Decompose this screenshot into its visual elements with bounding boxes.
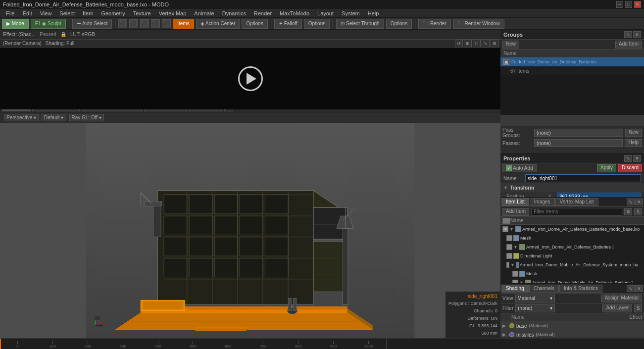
pos-x-value[interactable]: 367.8393 um <box>557 193 641 197</box>
apply-button[interactable]: Apply <box>597 164 616 172</box>
icon-btn-1[interactable]: ⬛ <box>118 19 127 28</box>
menu-item[interactable]: Item <box>79 9 97 18</box>
ilist-item-1[interactable]: Mesh <box>500 234 644 243</box>
tab-shading[interactable]: Shading <box>501 285 529 293</box>
timeline-ruler[interactable]: 0 100 200 300 400 500 <box>0 339 386 349</box>
maximize-button[interactable]: □ <box>625 1 632 8</box>
add-item-button[interactable]: Add Item <box>615 41 642 49</box>
vis-6[interactable] <box>512 280 518 283</box>
shading-item-missiles[interactable]: ▶ missiles (Material) <box>500 330 644 339</box>
icon-btn-2[interactable]: ⬛ <box>129 19 138 28</box>
groups-close-btn[interactable]: ✕ <box>633 31 641 38</box>
action-center-button[interactable]: ◈ Action Center <box>196 19 240 29</box>
close-button[interactable]: ✕ <box>634 1 641 8</box>
passes-input[interactable] <box>534 139 623 147</box>
menu-maxtomodo[interactable]: MaxToModo <box>276 9 313 18</box>
filter-options-btn[interactable]: ⚙ <box>624 208 632 215</box>
icon-btn-4[interactable]: ⬛ <box>151 19 160 28</box>
material-dropdown[interactable]: Material ▾ <box>515 295 555 302</box>
render-window-button[interactable]: ⬛ Render Window <box>453 19 504 29</box>
pass-groups-input[interactable] <box>534 129 623 137</box>
shading-item-base[interactable]: ▶ base (Material) <box>500 321 644 330</box>
options1-button[interactable]: Options <box>242 19 267 29</box>
menu-select[interactable]: Select <box>55 9 79 18</box>
preview-ctrl-4[interactable]: ⤡ <box>482 40 490 48</box>
menu-render[interactable]: Render <box>250 9 276 18</box>
preview-ctrl-3[interactable]: □ <box>473 40 481 48</box>
menu-dynamics[interactable]: Dynamics <box>218 9 250 18</box>
preview-ctrl-1[interactable]: ↺ <box>455 40 463 48</box>
menu-layout[interactable]: Layout <box>313 9 338 18</box>
groups-item-0[interactable]: ▣ Folded_Iron_Dome_Air_Defense_Batteries <box>500 57 644 66</box>
model-area[interactable]: side_right001 Polygons : Catmull-Clark C… <box>0 123 500 338</box>
svg-rect-53 <box>196 328 246 331</box>
options3-button[interactable]: Options <box>386 19 412 29</box>
groups-expand-btn[interactable]: ⤡ <box>624 31 632 38</box>
menu-system[interactable]: System <box>338 9 364 18</box>
vis-2[interactable] <box>506 244 512 250</box>
new-group-button[interactable]: New <box>502 41 519 49</box>
pass-groups-new-btn[interactable]: New <box>625 129 642 137</box>
assign-material-button[interactable]: Assign Material <box>601 295 642 302</box>
shading-expand-btn[interactable]: ⤡ <box>627 285 635 292</box>
options2-button[interactable]: Options <box>304 19 330 29</box>
menu-help[interactable]: Help <box>364 9 383 18</box>
auto-select-button[interactable]: ☰ Auto Select <box>72 19 112 29</box>
shading-close-btn[interactable]: ✕ <box>635 285 643 292</box>
minimize-button[interactable]: ─ <box>616 1 623 8</box>
preview-play-button[interactable] <box>238 66 263 91</box>
ilist-item-2[interactable]: ▼ Armed_Iron_Dome_Air_Defense_Batteries … <box>500 243 644 251</box>
tab-item-list[interactable]: Item List <box>501 198 529 206</box>
icon-btn-3[interactable]: ⬛ <box>140 19 149 28</box>
groups-item-1[interactable]: 67 Items <box>500 66 644 75</box>
preview-ctrl-5[interactable]: ⚙ <box>491 40 498 48</box>
name-value[interactable]: side_right001 <box>525 174 641 182</box>
discard-button[interactable]: Discard <box>618 164 642 172</box>
ilist-item-0[interactable]: 👁 ▼ Armed_Iron_Dome_Air_Defense_Batterie… <box>500 225 644 234</box>
icon-btn-5[interactable]: ⬛ <box>162 19 171 28</box>
vis-5[interactable] <box>512 271 518 277</box>
menu-geometry[interactable]: Geometry <box>97 9 129 18</box>
vis-4[interactable] <box>506 262 509 268</box>
menu-view[interactable]: View <box>36 9 56 18</box>
preview-ctrl-2[interactable]: ⊞ <box>464 40 472 48</box>
select-through-button[interactable]: ⊡ Select Through <box>336 19 384 29</box>
filter-items-input[interactable] <box>531 208 622 216</box>
items-button[interactable]: Items <box>173 19 194 29</box>
render-button[interactable]: ⬛ Render <box>418 19 451 29</box>
menu-texture[interactable]: Texture <box>129 9 155 18</box>
ilist-item-5[interactable]: Mesh <box>500 269 644 278</box>
properties-expand-btn[interactable]: ⤡ <box>624 155 632 162</box>
vis-3[interactable] <box>506 253 512 259</box>
falloff-button[interactable]: ✦ Falloff <box>274 19 302 29</box>
tab-vertex-map-list[interactable]: Vertex Map List <box>555 198 598 206</box>
item-list-expand-btn[interactable]: ⤡ <box>627 199 635 205</box>
ilist-item-3[interactable]: Directional Light <box>500 251 644 260</box>
passes-help-btn[interactable]: Help <box>625 139 642 147</box>
add-item-btn[interactable]: Add Item <box>502 208 529 216</box>
filter-reset-btn[interactable]: S <box>634 208 642 215</box>
add-layer-button[interactable]: Add Layer <box>602 304 632 312</box>
mode-button[interactable]: ▶ Mode <box>2 19 29 29</box>
item-list-close-btn[interactable]: ✕ <box>635 199 643 205</box>
menu-vertex-map[interactable]: Vertex Map <box>155 9 191 18</box>
view-raygl-selector[interactable]: Ray GL: Off ▾ <box>69 114 104 121</box>
tab-info-statistics[interactable]: Info & Statistics <box>559 285 602 293</box>
tab-images[interactable]: Images <box>530 198 555 206</box>
properties-close-btn[interactable]: ✕ <box>633 155 641 162</box>
vis-1[interactable] <box>506 235 512 241</box>
transform-header[interactable]: ▼ Transform <box>500 183 644 192</box>
auto-add-button[interactable]: Auto Add <box>502 164 537 172</box>
menu-animate[interactable]: Animate <box>190 9 218 18</box>
filter-dropdown[interactable]: (none) ▾ <box>515 304 555 312</box>
view-default-selector[interactable]: Default ▾ <box>42 114 66 121</box>
ilist-item-6[interactable]: ▼ Armed_Iron_Dome_Mobile_Air_Defense_Sys… <box>500 278 644 283</box>
tab-channels[interactable]: Channels <box>529 285 559 293</box>
menu-edit[interactable]: Edit <box>19 9 36 18</box>
vis-0[interactable]: 👁 <box>502 226 508 232</box>
ilist-item-4[interactable]: ▼ Armed_Iron_Dome_Mobile_Air_Defense_Sys… <box>500 260 644 269</box>
s-button[interactable]: S <box>634 304 642 312</box>
menu-file[interactable]: File <box>2 9 19 18</box>
view-perspective-selector[interactable]: Perspective ▾ <box>4 114 39 121</box>
sculpt-button[interactable]: F1 ◆ Sculpt <box>31 19 66 29</box>
